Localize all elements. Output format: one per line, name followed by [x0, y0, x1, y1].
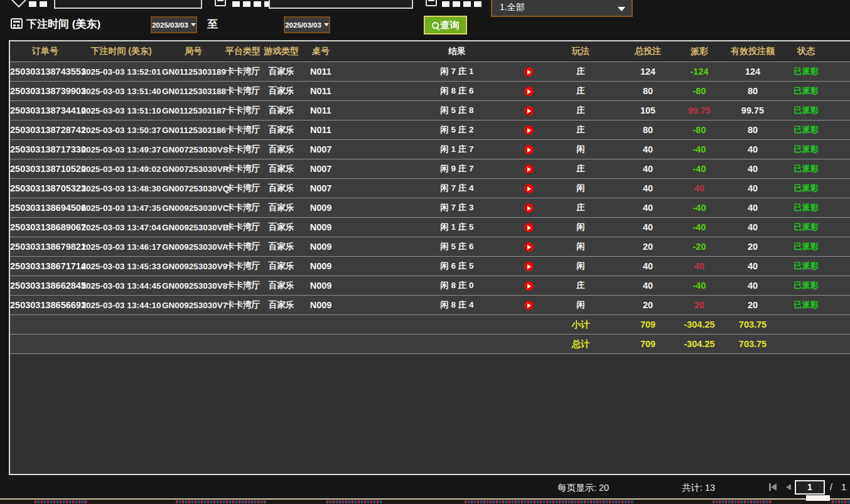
round-no: GN01125303189 [162, 67, 225, 77]
game-type: 百家乐 [261, 260, 301, 272]
col-game-type: 游戏类型 [261, 46, 301, 57]
play-method: 庄 [546, 66, 615, 77]
filter-input-1[interactable] [54, 0, 202, 9]
order-no: 250303138734410 [10, 105, 80, 115]
clipped-label-fragment [29, 1, 47, 7]
bet-time: 2025-03-03 13:48:30 [80, 184, 162, 193]
table-no: N009 [301, 281, 340, 291]
per-page-label: 每页显示: 20 [557, 482, 609, 494]
date-from-select[interactable]: 2025/03/03 [151, 16, 197, 33]
round-no: GN009253030V7 [162, 301, 225, 310]
col-result: 结果 [340, 46, 511, 57]
bet-time: 2025-03-03 13:47:04 [80, 223, 162, 232]
replay-video-icon[interactable] [524, 242, 534, 252]
total-bet: 40 [615, 183, 681, 193]
search-button[interactable]: 查询 [424, 16, 467, 35]
round-no: GN009253030VA [162, 242, 225, 252]
total-bet: 40 [615, 164, 681, 174]
replay-video-icon[interactable] [524, 223, 534, 232]
order-no: 250303138710520 [10, 164, 80, 174]
bet-time: 2025-03-03 13:50:37 [80, 126, 162, 135]
platform-type: 卡卡湾厅 [225, 260, 261, 272]
replay-video-icon[interactable] [524, 203, 534, 213]
valid-bet: 40 [718, 261, 787, 271]
play-method: 闲 [546, 183, 615, 194]
col-round: 局号 [162, 46, 225, 57]
result: 闲 8 庄 6 [340, 85, 511, 97]
play-method: 闲 [546, 222, 615, 233]
replay-video-icon[interactable] [524, 281, 534, 291]
replay-video-icon[interactable] [524, 164, 534, 174]
col-payout: 派彩 [681, 46, 718, 57]
status-badge: 已派彩 [787, 299, 825, 311]
table-row: 250303138662845 2025-03-03 13:44:45 GN00… [10, 276, 850, 295]
table-body: 250303138743553 2025-03-03 13:52:01 GN01… [10, 62, 850, 314]
platform-type: 卡卡湾厅 [225, 163, 261, 174]
page-number-input[interactable]: 1 [795, 480, 825, 495]
bottom-strip [0, 500, 850, 504]
order-no: 250303138728742 [10, 125, 80, 135]
replay-video-icon[interactable] [524, 87, 534, 96]
status-badge: 已派彩 [787, 222, 825, 233]
table-row: 250303138656693 2025-03-03 13:44:10 GN00… [10, 295, 850, 314]
table-row: 250303138717330 2025-03-03 13:49:37 GN00… [10, 139, 850, 159]
subtotal-payout: -304.25 [681, 319, 718, 330]
result: 闲 8 庄 0 [340, 280, 511, 291]
round-no: GN009253030V8 [162, 281, 225, 291]
replay-video-icon[interactable] [524, 301, 534, 310]
game-type: 百家乐 [261, 183, 301, 194]
round-no: GN009253030VB [162, 223, 225, 232]
first-page-icon[interactable] [771, 483, 777, 491]
status-badge: 已派彩 [787, 260, 825, 272]
order-no: 250303138662845 [10, 281, 80, 291]
date-to-select[interactable]: 2025/03/03 [284, 16, 330, 33]
game-type: 百家乐 [261, 299, 301, 311]
payout: 20 [681, 300, 718, 310]
diamond-icon [10, 0, 28, 8]
replay-video-icon[interactable] [524, 106, 534, 115]
replay-video-icon[interactable] [524, 184, 534, 193]
replay-video-icon[interactable] [524, 145, 534, 154]
subtotal-valid-bet: 703.75 [718, 319, 787, 330]
prev-page-icon[interactable] [786, 484, 791, 490]
clipped-label-fragment [232, 1, 272, 7]
total-bet: 40 [615, 281, 681, 291]
result: 闲 6 庄 5 [340, 260, 511, 272]
status-badge: 已派彩 [787, 124, 825, 136]
replay-video-icon[interactable] [524, 126, 534, 135]
platform-type: 卡卡湾厅 [225, 241, 261, 252]
platform-type: 卡卡湾厅 [225, 183, 261, 194]
subtotal-total-bet: 709 [615, 319, 681, 330]
play-method: 庄 [546, 105, 615, 116]
valid-bet: 40 [718, 203, 787, 213]
table-row: 250303138739903 2025-03-03 13:51:40 GN01… [10, 81, 850, 100]
replay-video-icon[interactable] [524, 262, 534, 271]
total-bet: 124 [615, 67, 681, 77]
table-empty-area [10, 353, 850, 474]
order-no: 250303138739903 [10, 86, 80, 96]
col-bet-time: 下注时间 (美东) [80, 46, 162, 57]
table-no: N007 [301, 164, 340, 174]
round-no: GN01125303187 [162, 106, 225, 115]
total-bet: 20 [615, 300, 681, 310]
table-row: 250303138705323 2025-03-03 13:48:30 GN00… [10, 178, 850, 198]
replay-video-icon[interactable] [524, 67, 534, 77]
grand-total-label: 总计 [546, 338, 615, 350]
result: 闲 7 庄 1 [340, 66, 511, 77]
total-bet: 80 [615, 86, 681, 96]
filter-input-2[interactable] [269, 0, 413, 9]
result: 闲 8 庄 4 [340, 299, 511, 311]
chevron-down-icon [618, 7, 625, 11]
payout: -40 [681, 222, 718, 232]
table-row: 250303138710520 2025-03-03 13:49:02 GN00… [10, 159, 850, 178]
game-type: 百家乐 [261, 66, 301, 77]
bet-time: 2025-03-03 13:51:40 [80, 87, 162, 96]
chevron-down-icon [324, 23, 329, 26]
order-no: 250303138689067 [10, 222, 80, 232]
table-no: N009 [301, 242, 340, 252]
payout: 99.75 [681, 105, 718, 115]
date-to-value: 2025/03/03 [285, 21, 321, 29]
platform-type: 卡卡湾厅 [225, 85, 261, 97]
game-type: 百家乐 [261, 124, 301, 136]
col-table-no: 桌号 [301, 46, 340, 57]
